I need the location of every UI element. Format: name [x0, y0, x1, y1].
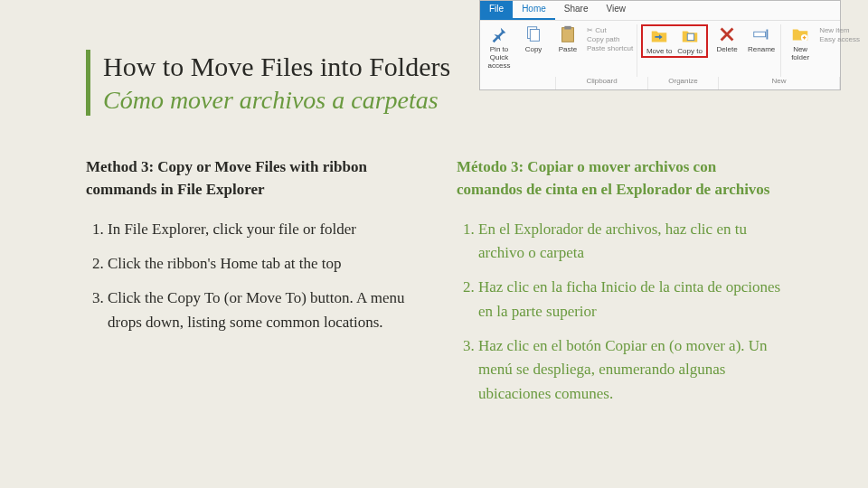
tab-share: Share — [555, 1, 598, 20]
copyto-icon — [680, 26, 700, 46]
btn-label: Paste — [559, 46, 577, 54]
moveto-button: Move to — [644, 26, 675, 56]
titles: How to Move Files into Folders Cómo move… — [103, 50, 450, 116]
ribbon-screenshot: File Home Share View Pin to Quick access… — [479, 0, 841, 90]
accent-bar — [86, 50, 90, 116]
list-item: Click the Copy To (or Move To) button. A… — [108, 286, 411, 334]
tab-view: View — [598, 1, 636, 20]
group-organize: Move to Copy to Delete Rename — [637, 24, 781, 77]
rename-button: Rename — [746, 24, 777, 54]
btn-label: New folder — [785, 46, 816, 62]
new-group-label: New — [719, 77, 840, 89]
slide: How to Move Files into Folders Cómo move… — [0, 0, 868, 488]
delete-button: Delete — [712, 24, 742, 54]
list-item: In File Explorer, click your file or fol… — [108, 218, 411, 241]
btn-label: Delete — [717, 46, 738, 54]
clipboard-group-label: Clipboard — [556, 77, 648, 89]
steps-en: In File Explorer, click your file or fol… — [86, 218, 411, 334]
newitem-label: New item — [819, 26, 860, 34]
steps-es: En el Explorador de archivos, haz clic e… — [457, 218, 782, 406]
svg-rect-2 — [562, 28, 574, 42]
title-en: How to Move Files into Folders — [103, 50, 450, 84]
delete-icon — [717, 24, 737, 44]
newfolder-icon — [790, 24, 810, 44]
group-new: New folder New item Easy access — [781, 24, 863, 77]
new-extras: New item Easy access — [819, 24, 860, 43]
list-item: Haz clic en la ficha Inicio de la cinta … — [478, 276, 782, 324]
column-english: Method 3: Copy or Move Files with ribbon… — [86, 155, 411, 417]
list-item: Haz clic en el botón Copiar en (o mover … — [478, 334, 782, 406]
btn-label: Rename — [748, 46, 775, 54]
svg-rect-4 — [687, 33, 693, 40]
copyto-button: Copy to — [675, 26, 705, 56]
list-item: En el Explorador de archivos, haz clic e… — [478, 218, 782, 266]
copy-button: Copy — [518, 24, 549, 54]
rename-icon — [751, 24, 771, 44]
highlight-box: Move to Copy to — [641, 24, 708, 58]
svg-rect-3 — [564, 26, 571, 30]
btn-label: Pin to Quick access — [484, 46, 514, 70]
paste-icon — [558, 24, 578, 44]
copypath-label: Copy path — [587, 35, 633, 43]
pasteshort-label: Paste shortcut — [587, 44, 633, 52]
btn-label: Move to — [646, 48, 672, 56]
method-heading-es: Método 3: Copiar o mover archivos con co… — [457, 155, 782, 202]
pin-button: Pin to Quick access — [484, 24, 514, 70]
tab-file: File — [480, 1, 513, 20]
moveto-icon — [649, 26, 669, 46]
pin-icon — [489, 24, 509, 44]
newfolder-button: New folder — [785, 24, 816, 62]
btn-label: Copy to — [677, 48, 703, 56]
columns: Method 3: Copy or Move Files with ribbon… — [86, 155, 782, 417]
ribbon-body: Pin to Quick access Copy Paste ✂ Cut Cop… — [480, 21, 840, 77]
copy-icon — [524, 24, 543, 44]
column-spanish: Método 3: Copiar o mover archivos con co… — [457, 155, 782, 417]
tab-home: Home — [513, 1, 555, 20]
svg-rect-5 — [754, 32, 766, 37]
btn-label: Copy — [525, 46, 542, 54]
paste-button: Paste — [552, 24, 583, 54]
cut-label: ✂ Cut — [587, 26, 633, 34]
method-heading-en: Method 3: Copy or Move Files with ribbon… — [86, 155, 411, 202]
title-es: Cómo mover archivos a carpetas — [103, 84, 450, 116]
clipboard-extras: ✂ Cut Copy path Paste shortcut — [587, 24, 633, 52]
list-item: Click the ribbon's Home tab at the top — [108, 252, 411, 276]
svg-rect-1 — [530, 30, 539, 42]
easyaccess-label: Easy access — [819, 35, 860, 43]
ribbon-tabs: File Home Share View — [480, 1, 840, 21]
group-clipboard: Pin to Quick access Copy Paste ✂ Cut Cop… — [480, 24, 637, 77]
group-labels: Clipboard Organize New — [480, 77, 840, 89]
organize-group-label: Organize — [648, 77, 719, 89]
